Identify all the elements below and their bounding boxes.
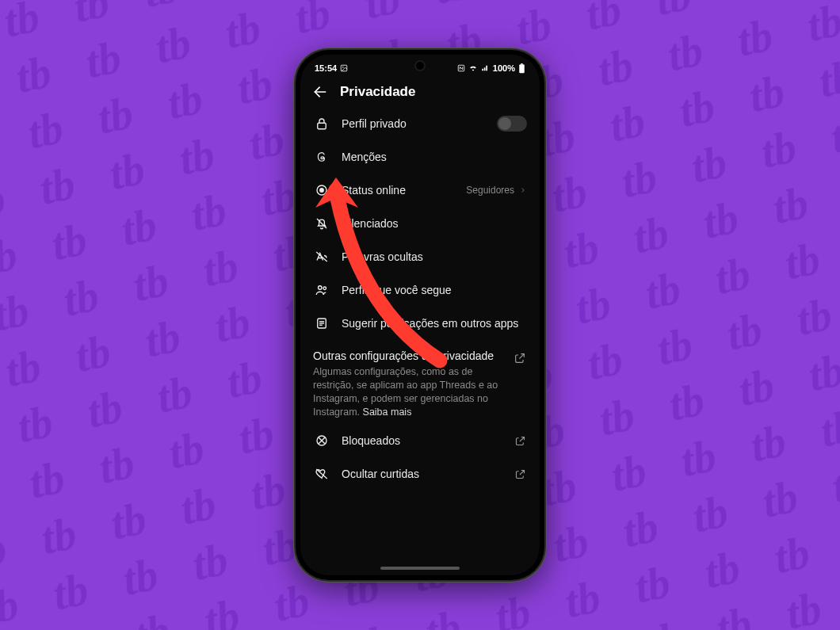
row-muted[interactable]: Silenciados [305, 207, 535, 240]
battery-label: 100% [493, 63, 515, 73]
arrow-left-icon [312, 84, 328, 100]
threads-icon [313, 148, 330, 166]
page-title: Privacidade [340, 84, 415, 100]
people-icon [313, 281, 330, 299]
status-dot-icon [313, 181, 330, 199]
row-hide-likes[interactable]: Ocultar curtidas [305, 457, 535, 491]
row-mentions[interactable]: Menções [305, 140, 535, 174]
row-label: Silenciados [342, 217, 527, 230]
front-camera [416, 62, 424, 70]
svg-rect-6 [519, 64, 525, 73]
section-heading: Outras configurações de privacidade [313, 349, 505, 362]
row-label: Bloqueados [342, 434, 502, 447]
external-link-icon [513, 468, 527, 482]
row-label: Menções [342, 151, 527, 163]
phone-frame: 15:54 100% [296, 50, 544, 580]
blocked-icon [313, 432, 330, 449]
phone-screen: 15:54 100% [300, 55, 540, 575]
settings-list: Perfil privado Menções Status online S [300, 105, 540, 340]
row-label: Perfis que você segue [342, 284, 527, 296]
row-label: Perfil privado [342, 117, 486, 130]
signal-icon [481, 64, 490, 72]
other-privacy-section: Outras configurações de privacidade Algu… [300, 340, 540, 422]
row-blocked[interactable]: Bloqueados [305, 424, 535, 457]
svg-rect-9 [318, 123, 326, 129]
learn-more-link[interactable]: Saiba mais [363, 407, 412, 418]
row-label: Palavras ocultas [342, 250, 527, 263]
nfc-icon [457, 64, 465, 72]
row-profiles-you-follow[interactable]: Perfis que você segue [305, 273, 535, 307]
external-link-icon[interactable] [513, 351, 527, 365]
row-value: Seguidores [466, 185, 527, 196]
back-button[interactable] [311, 83, 329, 101]
svg-point-14 [319, 286, 323, 290]
svg-rect-7 [521, 63, 523, 64]
row-label: Sugerir publicações em outros apps [342, 317, 527, 330]
section-description: Algumas configurações, como as de restri… [313, 365, 505, 419]
lock-icon [313, 115, 330, 132]
external-link-icon [513, 434, 527, 449]
row-label: Ocultar curtidas [342, 468, 502, 480]
status-time: 15:54 [315, 63, 337, 73]
bell-off-icon [313, 215, 330, 232]
external-settings-list: Bloqueados Ocultar curtidas [300, 422, 540, 491]
wifi-icon [468, 64, 478, 72]
row-label: Status online [342, 184, 455, 197]
document-lines-icon [313, 315, 330, 332]
row-suggest-posts[interactable]: Sugerir publicações em outros apps [305, 307, 535, 340]
private-profile-toggle[interactable] [497, 116, 527, 132]
heart-off-icon [313, 465, 330, 483]
tutorial-background: tb 15:54 [0, 0, 840, 630]
svg-point-4 [342, 67, 344, 68]
gesture-bar [380, 567, 460, 570]
svg-point-15 [323, 287, 326, 290]
battery-icon [518, 63, 525, 74]
svg-point-11 [320, 189, 324, 193]
row-private-profile[interactable]: Perfil privado [305, 107, 535, 140]
image-indicator-icon [340, 64, 348, 72]
hidden-words-icon [313, 248, 330, 265]
row-hidden-words[interactable]: Palavras ocultas [305, 240, 535, 273]
row-online-status[interactable]: Status online Seguidores [305, 174, 535, 207]
app-header: Privacidade [300, 77, 540, 105]
chevron-right-icon [519, 186, 527, 194]
